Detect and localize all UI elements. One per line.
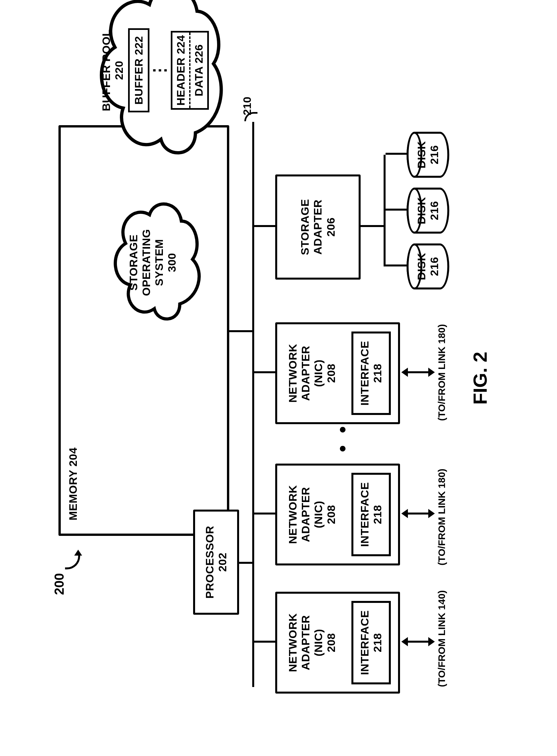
- storage-os-cloud: STORAGE OPERATING SYSTEM 300: [100, 198, 205, 327]
- interface-block: INTERFACE 218: [351, 473, 391, 556]
- disk-l1: DISK: [415, 253, 428, 280]
- sos-l1: STORAGE: [127, 234, 140, 290]
- bus-stub: [254, 641, 275, 643]
- nic-l1: NETWORK: [286, 485, 299, 544]
- iface-l1: INTERFACE: [358, 482, 371, 547]
- disk-bus: [386, 153, 407, 155]
- bus-ref-210: 210: [241, 96, 254, 115]
- disk-bus: [386, 208, 407, 211]
- bp-title1: BUFFER POOL: [100, 29, 113, 111]
- memory-block: MEMORY 204 STORAGE OPERATING SYSTEM 300 …: [58, 125, 229, 536]
- interface-block: INTERFACE 218: [351, 601, 391, 684]
- sos-l2: OPERATING: [140, 229, 153, 296]
- processor-block: PROCESSOR 202: [193, 510, 239, 615]
- buffer-222: BUFFER 222: [128, 28, 149, 112]
- nic-l2: ADAPTER: [299, 346, 312, 401]
- figure-ref-200: 200: [52, 573, 67, 595]
- bus-stub: [254, 225, 275, 227]
- nic-l4: 208: [325, 505, 338, 524]
- stor-l1: STORAGE: [298, 199, 311, 255]
- processor-l1: PROCESSOR: [203, 526, 216, 598]
- double-arrow-icon: [407, 512, 430, 514]
- storage-adapter-block: STORAGE ADAPTER 206: [275, 174, 361, 280]
- memory-title: MEMORY 204: [67, 447, 80, 520]
- disk-l2: 216: [428, 253, 441, 280]
- nic-block: NETWORK ADAPTER (NIC) 208 INTERFACE 218: [275, 464, 400, 565]
- disk-l1: DISK: [415, 197, 428, 224]
- disk-bus: [386, 264, 407, 267]
- buffer-222-detail: HEADER 224 DATA 226: [171, 31, 209, 110]
- iface-l1: INTERFACE: [358, 610, 371, 675]
- link-label-180: (TO/FROM LINK 180): [436, 324, 447, 421]
- buffer-ellipsis: ⋮: [155, 62, 164, 79]
- nic-l3: (NIC): [312, 629, 325, 656]
- nic-l1: NETWORK: [286, 613, 299, 672]
- system-bus: [252, 122, 254, 687]
- nic-l2: ADAPTER: [299, 487, 312, 542]
- nic-l4: 208: [325, 633, 338, 652]
- bus-stub: [254, 512, 275, 514]
- bus-stub: [239, 562, 252, 564]
- disk-l1: DISK: [415, 141, 428, 168]
- nic-l3: (NIC): [312, 359, 325, 387]
- processor-l2: 202: [216, 552, 229, 571]
- nic-l2: ADAPTER: [299, 615, 312, 670]
- figure-ref-arrow: [65, 554, 80, 569]
- interface-block: INTERFACE 218: [351, 332, 391, 415]
- sos-l3: SYSTEM: [153, 239, 166, 286]
- stor-l2: ADAPTER: [311, 199, 324, 255]
- nic-block: NETWORK ADAPTER (NIC) 208 INTERFACE 218: [275, 322, 400, 424]
- disk-l2: 216: [428, 141, 441, 168]
- iface-l2: 218: [371, 341, 384, 405]
- disk-icon: DISK 216: [407, 188, 449, 233]
- iface-l2: 218: [371, 482, 384, 547]
- nic-l1: NETWORK: [286, 344, 299, 402]
- disk-bus: [361, 225, 384, 227]
- diagram-page: 200 MEMORY 204 STORAGE OPERATING SYSTEM …: [49, 50, 508, 707]
- iface-l1: INTERFACE: [358, 341, 371, 405]
- link-label-140: (TO/FROM LINK 140): [436, 590, 447, 687]
- disk-l2: 216: [428, 197, 441, 224]
- iface-l2: 218: [371, 610, 384, 675]
- bus-stub: [229, 330, 252, 332]
- nic-l4: 208: [325, 363, 338, 383]
- disk-icon: DISK 216: [407, 132, 449, 178]
- nic-l3: (NIC): [312, 501, 325, 528]
- buffer-pool-cloud: BUFFER POOL 220 BUFFER 222 ⋮ HEADER 224 …: [84, 0, 228, 162]
- sos-l4: 300: [166, 253, 178, 272]
- bp-title2: 220: [113, 60, 125, 80]
- stor-l3: 206: [324, 217, 337, 236]
- data-226: DATA 226: [189, 32, 207, 108]
- bus-stub: [254, 371, 275, 373]
- figure-caption: FIG. 2: [469, 50, 491, 707]
- header-224: HEADER 224: [172, 32, 189, 108]
- nic-block: NETWORK ADAPTER (NIC) 208 INTERFACE 218: [275, 592, 400, 694]
- double-arrow-icon: [407, 641, 430, 643]
- disk-icon: DISK 216: [407, 244, 449, 289]
- link-label-180: (TO/FROM LINK 180): [436, 469, 447, 565]
- double-arrow-icon: [407, 371, 430, 373]
